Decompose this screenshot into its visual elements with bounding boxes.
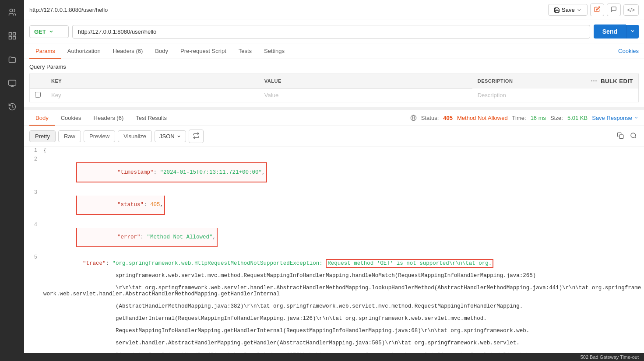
sidebar <box>0 0 24 361</box>
wrap-button[interactable] <box>189 130 204 143</box>
history-icon[interactable] <box>4 99 20 115</box>
url-display: http://127.0.0.1:8080/user/hello <box>29 7 545 13</box>
svg-rect-5 <box>8 80 16 85</box>
wrap-icon <box>193 132 200 139</box>
method-select[interactable]: GET <box>29 25 69 38</box>
view-pretty-button[interactable]: Pretty <box>29 130 56 142</box>
response-section: Body Cookies Headers (6) Test Results St… <box>24 110 644 354</box>
query-params-title: Query Params <box>29 63 639 70</box>
params-table: KEY VALUE DESCRIPTION ··· Bulk Edit Key <box>29 74 639 102</box>
desc-col-header: DESCRIPTION ··· Bulk Edit <box>472 74 638 88</box>
url-bar-actions: Save </> <box>548 4 639 16</box>
method-chevron-icon <box>49 29 54 34</box>
folder-icon[interactable] <box>4 52 20 67</box>
section-divider <box>24 107 644 110</box>
copy-button[interactable] <box>615 130 626 142</box>
search-icon <box>630 132 637 139</box>
save-icon <box>554 7 560 13</box>
response-tab-cookies[interactable]: Cookies <box>55 110 88 126</box>
tab-body[interactable]: Body <box>149 43 174 59</box>
time-label: Time: <box>512 115 526 121</box>
send-chevron-icon <box>630 28 635 34</box>
save-response-button[interactable]: Save Response <box>592 115 639 121</box>
code-line-5: 5 "trace": "org.springframework.web.Http… <box>24 254 644 354</box>
tab-settings[interactable]: Settings <box>258 43 291 59</box>
code-line-2: 2 "timestamp": "2024-01-15T07:13:11.721+… <box>24 156 644 189</box>
tab-params[interactable]: Params <box>29 43 61 59</box>
svg-rect-1 <box>9 33 11 35</box>
status-text: Method Not Allowed <box>457 115 508 121</box>
value-cell: Value <box>259 88 472 102</box>
save-response-chevron <box>633 115 639 120</box>
main-content: http://127.0.0.1:8080/user/hello Save <box>24 0 644 361</box>
svg-rect-4 <box>13 37 15 39</box>
size-value: 5.01 KB <box>567 115 588 121</box>
bulk-edit-label[interactable]: Bulk Edit <box>601 78 633 84</box>
status-bar: 502 Bad Gateway Time-out <box>24 353 644 361</box>
svg-rect-8 <box>619 135 623 139</box>
code-line-4: 4 "error": "Method Not Allowed", <box>24 221 644 254</box>
body-toolbar: Pretty Raw Preview Visualize JSON <box>24 126 644 147</box>
edit-icon <box>594 6 600 12</box>
status-bar-text: 502 Bad Gateway Time-out <box>581 354 639 360</box>
people-icon[interactable] <box>4 4 20 20</box>
svg-point-0 <box>10 9 13 12</box>
val-col-header: VALUE <box>259 74 472 89</box>
view-preview-button[interactable]: Preview <box>84 130 115 142</box>
dots-icon[interactable]: ··· <box>591 77 597 85</box>
response-tabs-row: Body Cookies Headers (6) Test Results St… <box>24 110 644 126</box>
response-tab-tests[interactable]: Test Results <box>130 110 173 126</box>
save-button[interactable]: Save <box>548 4 588 16</box>
monitor-icon[interactable] <box>4 75 20 91</box>
response-tab-headers[interactable]: Headers (6) <box>88 110 130 126</box>
search-button[interactable] <box>628 130 639 142</box>
tab-pre-request[interactable]: Pre-request Script <box>174 43 232 59</box>
send-dropdown-button[interactable] <box>626 25 639 39</box>
svg-point-9 <box>631 133 636 138</box>
comment-icon <box>611 6 617 12</box>
save-chevron-icon <box>577 7 582 13</box>
view-raw-button[interactable]: Raw <box>58 130 81 142</box>
code-line-3: 3 "status": 405, <box>24 189 644 221</box>
send-main-button[interactable]: Send <box>594 25 626 39</box>
comment-button[interactable] <box>607 4 621 16</box>
svg-rect-2 <box>13 33 15 35</box>
svg-rect-3 <box>9 37 11 39</box>
row-checkbox[interactable] <box>35 92 41 98</box>
send-button-group: Send <box>594 25 639 39</box>
format-select[interactable]: JSON <box>155 130 186 142</box>
tab-headers[interactable]: Headers (6) <box>107 43 149 59</box>
url-bar: http://127.0.0.1:8080/user/hello Save <box>24 0 644 20</box>
method-text: GET <box>34 28 46 35</box>
globe-icon <box>410 115 417 121</box>
tab-authorization[interactable]: Authorization <box>61 43 107 59</box>
cookies-link[interactable]: Cookies <box>618 43 639 59</box>
desc-cell: Description <box>472 88 639 102</box>
format-chevron-icon <box>176 134 181 139</box>
status-label: Status: <box>421 115 439 121</box>
key-cell: Key <box>46 88 259 102</box>
response-status-bar: Status: 405 Method Not Allowed Time: 16 … <box>410 111 639 125</box>
response-tab-body[interactable]: Body <box>29 110 55 126</box>
svg-line-10 <box>635 137 636 138</box>
code-area[interactable]: 1 { 2 "timestamp": "2024-01-15T07:13:11.… <box>24 147 644 354</box>
edit-button[interactable] <box>590 4 604 16</box>
url-input[interactable] <box>72 25 590 39</box>
query-params-section: Query Params KEY VALUE DESCRIPTION ··· B… <box>24 59 644 102</box>
request-bar: GET Send <box>24 20 644 43</box>
status-code: 405 <box>443 115 453 121</box>
format-label: JSON <box>159 133 175 140</box>
copy-icon <box>617 132 624 139</box>
tab-tests[interactable]: Tests <box>232 43 258 59</box>
table-row: Key Value Description <box>30 88 639 102</box>
request-tabs: Params Authorization Headers (6) Body Pr… <box>24 43 644 59</box>
code-line-1: 1 { <box>24 147 644 156</box>
code-button[interactable]: </> <box>623 4 639 16</box>
check-col-header <box>30 74 46 89</box>
time-value: 16 ms <box>531 115 546 121</box>
collection-icon[interactable] <box>4 28 20 44</box>
size-label: Size: <box>550 115 563 121</box>
view-visualize-button[interactable]: Visualize <box>118 130 152 142</box>
key-col-header: KEY <box>46 74 259 89</box>
